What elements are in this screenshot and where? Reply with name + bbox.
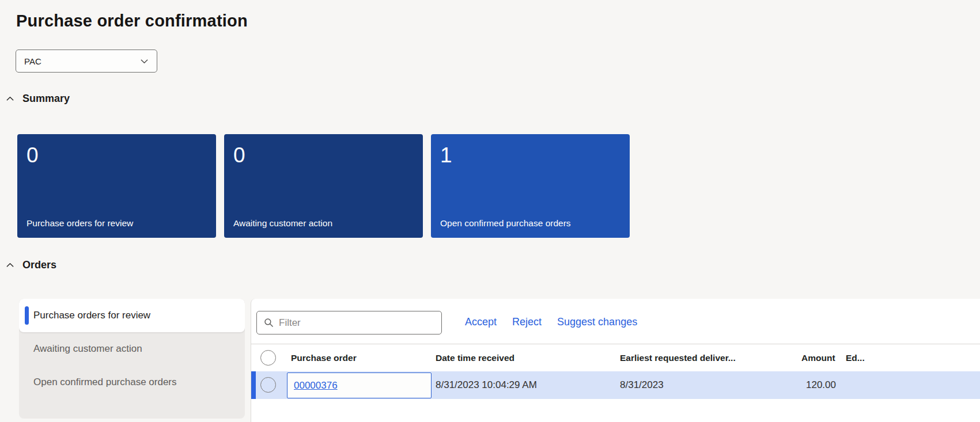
chevron-down-icon (140, 57, 149, 66)
earliest-requested-delivery-cell: 8/31/2023 (620, 371, 664, 399)
amount-cell: 120.00 (806, 371, 836, 399)
selected-indicator-bar (25, 306, 29, 325)
filter-input[interactable] (279, 317, 434, 329)
row-selected-indicator-bar (251, 371, 256, 399)
orders-heading: Orders (22, 259, 56, 271)
column-header-edit[interactable]: Ed... (846, 344, 865, 371)
summary-heading: Summary (22, 93, 70, 105)
record-selector-dropdown[interactable]: PAC (16, 50, 157, 73)
tile-awaiting-customer-action[interactable]: 0 Awaiting customer action (224, 134, 423, 238)
collapse-chevron-up-icon[interactable] (6, 94, 14, 103)
nav-item-label: Open confirmed purchase orders (33, 377, 177, 388)
tile-purchase-orders-for-review[interactable]: 0 Purchase orders for review (17, 134, 216, 238)
table-row[interactable]: 00000376 8/31/2023 10:04:29 AM 8/31/2023… (251, 371, 980, 399)
summary-tiles: 0 Purchase orders for review 0 Awaiting … (17, 134, 630, 238)
tile-label: Open confirmed purchase orders (440, 218, 571, 229)
column-header-purchase-order[interactable]: Purchase order (291, 344, 357, 371)
purchase-order-link[interactable]: 00000376 (294, 380, 338, 391)
orders-nav-panel: Purchase orders for review Awaiting cust… (19, 299, 245, 419)
nav-item-open-confirmed-purchase-orders[interactable]: Open confirmed purchase orders (19, 366, 245, 399)
tile-count: 0 (233, 143, 245, 168)
summary-section-header[interactable]: Summary (6, 93, 70, 105)
tile-label: Purchase orders for review (27, 218, 133, 229)
page-title: Purchase order confirmation (16, 12, 248, 31)
tile-label: Awaiting customer action (233, 218, 332, 229)
column-header-earliest-requested-delivery[interactable]: Earliest requested deliver... (620, 344, 736, 371)
collapse-chevron-up-icon[interactable] (6, 261, 14, 269)
grid-action-links: Accept Reject Suggest changes (465, 316, 637, 328)
filter-field[interactable] (256, 311, 442, 334)
suggest-changes-button[interactable]: Suggest changes (557, 316, 637, 328)
purchase-order-cell[interactable]: 00000376 (287, 372, 432, 398)
tile-open-confirmed-purchase-orders[interactable]: 1 Open confirmed purchase orders (431, 134, 630, 238)
tile-count: 1 (440, 143, 452, 168)
nav-item-label: Purchase orders for review (33, 310, 150, 321)
search-icon (264, 318, 274, 328)
orders-section-header[interactable]: Orders (6, 259, 56, 271)
accept-button[interactable]: Accept (465, 316, 497, 328)
record-selector-value: PAC (24, 56, 140, 66)
date-time-received-cell: 8/31/2023 10:04:29 AM (436, 371, 537, 399)
column-header-amount[interactable]: Amount (801, 344, 835, 371)
reject-button[interactable]: Reject (512, 316, 542, 328)
tile-count: 0 (27, 143, 39, 168)
column-header-date-time-received[interactable]: Date time received (436, 344, 514, 371)
nav-item-awaiting-customer-action[interactable]: Awaiting customer action (19, 332, 245, 366)
nav-item-label: Awaiting customer action (33, 343, 142, 355)
select-all-radio[interactable] (260, 350, 276, 366)
purchase-order-confirmation-page: Purchase order confirmation PAC Summary … (0, 0, 980, 422)
nav-item-purchase-orders-for-review[interactable]: Purchase orders for review (19, 299, 245, 332)
orders-content-panel: Accept Reject Suggest changes Purchase o… (251, 299, 980, 422)
row-select-radio[interactable] (260, 377, 276, 393)
grid-header-row: Purchase order Date time received Earlie… (251, 344, 980, 371)
